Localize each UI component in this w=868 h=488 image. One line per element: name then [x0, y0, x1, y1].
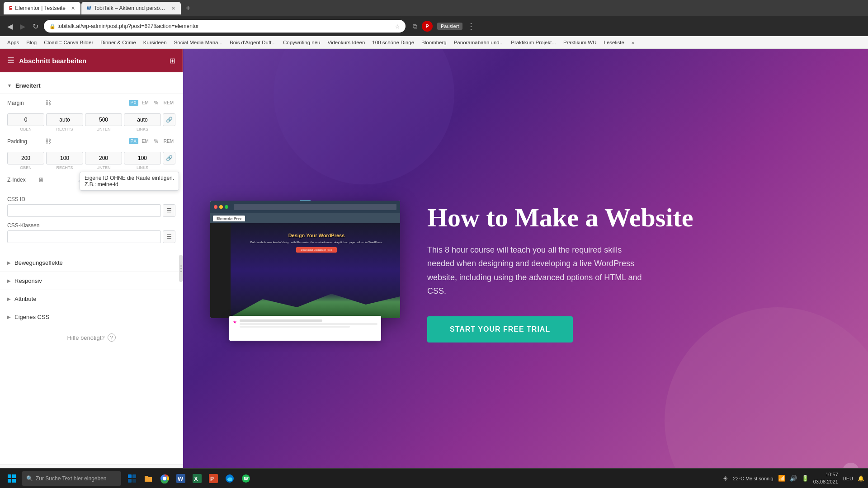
bookmark-praktikum-projekt[interactable]: Praktikum Projekt...: [508, 39, 559, 46]
css-id-icon-btn[interactable]: ☰: [163, 204, 175, 217]
menu-icon[interactable]: ⋮: [467, 21, 475, 31]
more-bookmarks[interactable]: »: [629, 39, 637, 46]
bewegungseffekte-header[interactable]: ▶ Bewegungseffekte: [0, 254, 183, 272]
powerpoint-app[interactable]: P: [206, 471, 221, 486]
bookmark-blog[interactable]: Blog: [24, 39, 39, 46]
margin-unit-px[interactable]: PX: [129, 100, 138, 106]
panel-inner-erweitert: Margin ⛓ PX EM % REM OBEN: [0, 94, 183, 254]
margin-link-icon[interactable]: ⛓: [45, 99, 51, 106]
bookmark-copywriting[interactable]: Copywriting neu: [280, 39, 323, 46]
margin-oben-wrap: OBEN: [7, 113, 44, 131]
padding-unit-em[interactable]: EM: [140, 138, 151, 144]
taskbar-keyboard: DEU: [843, 476, 853, 481]
nav-refresh-button[interactable]: ↻: [31, 20, 40, 33]
margin-rechts-input[interactable]: [46, 113, 83, 126]
padding-link-icon[interactable]: ⛓: [45, 138, 51, 145]
hamburger-icon[interactable]: ☰: [7, 56, 14, 66]
eigenes-css-header[interactable]: ▶ Eigenes CSS: [0, 308, 183, 326]
margin-unit-pct[interactable]: %: [152, 100, 160, 106]
taskview-app[interactable]: [125, 471, 139, 486]
address-bar[interactable]: 🔒 tobitalk.at/wp-admin/post.php?post=627…: [44, 20, 406, 33]
bookmark-praktikum-wu[interactable]: Praktikum WU: [561, 39, 599, 46]
svg-rect-7: [132, 479, 136, 483]
chrome-app[interactable]: [157, 471, 172, 486]
padding-rechts-input[interactable]: [46, 152, 83, 164]
padding-unit-px[interactable]: PX: [129, 138, 138, 144]
bookmark-dinner[interactable]: Dinner & Crime: [98, 39, 139, 46]
section-responsiv: ▶ Responsiv: [0, 272, 183, 290]
notification-btn[interactable]: 🔔: [858, 475, 864, 482]
edge-app[interactable]: [222, 471, 237, 486]
mockup-bottom-lines: [240, 319, 377, 328]
padding-unit-rem[interactable]: REM: [162, 138, 175, 144]
bookmark-apps[interactable]: Apps: [5, 39, 22, 46]
spotify-app[interactable]: [239, 471, 253, 486]
mockup-cta-btn: Download Elementor Free: [296, 247, 337, 253]
canvas-area: ⊡ Elementor Free D: [183, 49, 868, 488]
word-app[interactable]: W: [174, 471, 188, 486]
browser-nav-bar: ◀ ▶ ↻ 🔒 tobitalk.at/wp-admin/post.php?po…: [0, 16, 868, 36]
mockup-sidebar: [210, 223, 231, 318]
margin-oben-input[interactable]: [7, 113, 44, 126]
nav-forward-button[interactable]: ▶: [18, 20, 27, 33]
taskbar-network-icon[interactable]: 📶: [778, 475, 785, 482]
help-icon[interactable]: ?: [108, 333, 116, 342]
profile-button[interactable]: P: [422, 21, 433, 32]
mockup-text-area: Design Your WordPress Build a whole new …: [237, 232, 396, 253]
bookmark-social[interactable]: Social Media Mana...: [171, 39, 225, 46]
padding-oben-input[interactable]: [7, 152, 44, 164]
bookmark-leseliste[interactable]: Leseliste: [601, 39, 627, 46]
tab-close-elementor[interactable]: ✕: [71, 5, 75, 11]
css-id-input[interactable]: [7, 204, 161, 217]
margin-unten-input[interactable]: [85, 113, 122, 126]
cta-button[interactable]: START YOUR FREE TRIAL: [427, 316, 573, 343]
margin-units: PX EM % REM: [129, 100, 175, 106]
attribute-header[interactable]: ▶ Attribute: [0, 290, 183, 308]
taskbar-date: 03.08.2021: [813, 479, 838, 485]
bookmark-videokurs[interactable]: Videokurs Ideen: [325, 39, 368, 46]
bookmark-100things[interactable]: 100 schöne Dinge: [369, 39, 417, 46]
margin-unit-rem[interactable]: REM: [162, 100, 175, 106]
hero-content: How to Make a Website This 8 hour course…: [427, 194, 841, 343]
svg-rect-1: [12, 474, 16, 478]
css-classes-input-wrap: ☰: [7, 230, 175, 243]
tab-icon-elementor: E: [9, 5, 12, 11]
star-icon[interactable]: ☆: [395, 23, 400, 30]
padding-unten-label: UNTEN: [97, 165, 111, 170]
new-tab-button[interactable]: +: [182, 2, 194, 14]
padding-units: PX EM % REM: [129, 138, 175, 144]
bookmark-panorama[interactable]: Panoramabahn und...: [451, 39, 507, 46]
svg-text:P: P: [210, 476, 214, 482]
padding-links-input[interactable]: [124, 152, 161, 164]
taskbar-search[interactable]: 🔍 Zur Suche Text hier eingeben: [22, 471, 121, 486]
margin-unit-em[interactable]: EM: [140, 100, 151, 106]
address-text: tobitalk.at/wp-admin/post.php?post=627&a…: [57, 23, 393, 29]
bookmark-bloomberg[interactable]: Bloomberg: [419, 39, 449, 46]
responsiv-header[interactable]: ▶ Responsiv: [0, 272, 183, 290]
nav-back-button[interactable]: ◀: [5, 20, 14, 33]
padding-unit-pct[interactable]: %: [152, 138, 160, 144]
panel-resize-handle[interactable]: [179, 255, 183, 282]
tab-tobitalk[interactable]: W TobiTalk – Aktien und persönlich... ✕: [81, 2, 181, 14]
padding-link-btn[interactable]: 🔗: [163, 152, 175, 164]
taskbar-time-date[interactable]: 10:57 03.08.2021: [813, 471, 838, 485]
tooltip-line1: Eigene ID OHNE die Raute einfügen.: [85, 175, 174, 181]
bookmark-bois[interactable]: Bois d'Argent Duft...: [227, 39, 278, 46]
margin-link-btn[interactable]: 🔗: [163, 113, 175, 126]
css-classes-icon-btn[interactable]: ☰: [163, 230, 175, 243]
files-app[interactable]: [141, 471, 156, 486]
section-erweitert-header[interactable]: ▼ Erweitert: [0, 78, 183, 94]
panel-grid-icon[interactable]: ⊞: [170, 56, 175, 65]
extensions-icon[interactable]: ⧉: [413, 23, 417, 30]
margin-links-input[interactable]: [124, 113, 161, 126]
padding-unten-input[interactable]: [85, 152, 122, 164]
tab-close-tobitalk[interactable]: ✕: [171, 5, 175, 11]
bookmark-kursideen[interactable]: Kursideen: [141, 39, 170, 46]
css-classes-input[interactable]: [7, 230, 161, 243]
excel-app[interactable]: X: [190, 471, 204, 486]
tab-elementor[interactable]: E Elementor | Testseite ✕: [4, 2, 80, 14]
padding-links-label: LINKS: [137, 165, 148, 170]
taskbar-sound-icon[interactable]: 🔊: [790, 475, 797, 482]
bookmark-cload[interactable]: Cload = Canva Bilder: [41, 39, 96, 46]
start-button[interactable]: [4, 470, 20, 487]
